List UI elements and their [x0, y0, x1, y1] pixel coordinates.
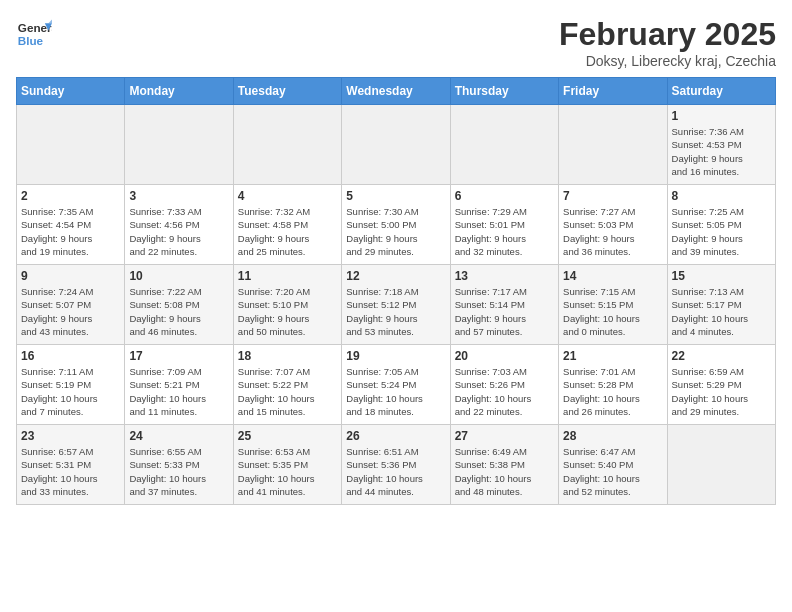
calendar-cell: 7Sunrise: 7:27 AM Sunset: 5:03 PM Daylig…	[559, 185, 667, 265]
day-info: Sunrise: 7:05 AM Sunset: 5:24 PM Dayligh…	[346, 365, 445, 418]
day-number: 2	[21, 189, 120, 203]
day-number: 18	[238, 349, 337, 363]
col-header-tuesday: Tuesday	[233, 78, 341, 105]
calendar-cell: 15Sunrise: 7:13 AM Sunset: 5:17 PM Dayli…	[667, 265, 775, 345]
calendar-cell: 28Sunrise: 6:47 AM Sunset: 5:40 PM Dayli…	[559, 425, 667, 505]
calendar-cell: 12Sunrise: 7:18 AM Sunset: 5:12 PM Dayli…	[342, 265, 450, 345]
calendar-cell: 13Sunrise: 7:17 AM Sunset: 5:14 PM Dayli…	[450, 265, 558, 345]
calendar-week-row: 16Sunrise: 7:11 AM Sunset: 5:19 PM Dayli…	[17, 345, 776, 425]
calendar-cell: 16Sunrise: 7:11 AM Sunset: 5:19 PM Dayli…	[17, 345, 125, 425]
day-number: 17	[129, 349, 228, 363]
calendar-cell: 20Sunrise: 7:03 AM Sunset: 5:26 PM Dayli…	[450, 345, 558, 425]
day-number: 26	[346, 429, 445, 443]
day-number: 12	[346, 269, 445, 283]
calendar-cell	[342, 105, 450, 185]
day-number: 15	[672, 269, 771, 283]
day-info: Sunrise: 6:53 AM Sunset: 5:35 PM Dayligh…	[238, 445, 337, 498]
day-number: 5	[346, 189, 445, 203]
calendar-cell: 4Sunrise: 7:32 AM Sunset: 4:58 PM Daylig…	[233, 185, 341, 265]
logo: General Blue	[16, 16, 52, 52]
calendar-cell: 23Sunrise: 6:57 AM Sunset: 5:31 PM Dayli…	[17, 425, 125, 505]
day-info: Sunrise: 7:09 AM Sunset: 5:21 PM Dayligh…	[129, 365, 228, 418]
calendar-cell: 1Sunrise: 7:36 AM Sunset: 4:53 PM Daylig…	[667, 105, 775, 185]
day-number: 19	[346, 349, 445, 363]
day-number: 27	[455, 429, 554, 443]
calendar-cell: 22Sunrise: 6:59 AM Sunset: 5:29 PM Dayli…	[667, 345, 775, 425]
calendar-cell: 25Sunrise: 6:53 AM Sunset: 5:35 PM Dayli…	[233, 425, 341, 505]
col-header-monday: Monday	[125, 78, 233, 105]
day-info: Sunrise: 7:32 AM Sunset: 4:58 PM Dayligh…	[238, 205, 337, 258]
day-number: 8	[672, 189, 771, 203]
calendar-cell: 17Sunrise: 7:09 AM Sunset: 5:21 PM Dayli…	[125, 345, 233, 425]
calendar-cell: 5Sunrise: 7:30 AM Sunset: 5:00 PM Daylig…	[342, 185, 450, 265]
col-header-saturday: Saturday	[667, 78, 775, 105]
calendar-cell: 6Sunrise: 7:29 AM Sunset: 5:01 PM Daylig…	[450, 185, 558, 265]
day-number: 22	[672, 349, 771, 363]
calendar-cell: 10Sunrise: 7:22 AM Sunset: 5:08 PM Dayli…	[125, 265, 233, 345]
day-number: 1	[672, 109, 771, 123]
day-info: Sunrise: 6:51 AM Sunset: 5:36 PM Dayligh…	[346, 445, 445, 498]
day-info: Sunrise: 7:25 AM Sunset: 5:05 PM Dayligh…	[672, 205, 771, 258]
day-number: 16	[21, 349, 120, 363]
day-number: 28	[563, 429, 662, 443]
day-number: 20	[455, 349, 554, 363]
svg-text:General: General	[18, 21, 52, 34]
calendar-cell	[17, 105, 125, 185]
day-info: Sunrise: 7:22 AM Sunset: 5:08 PM Dayligh…	[129, 285, 228, 338]
day-info: Sunrise: 7:29 AM Sunset: 5:01 PM Dayligh…	[455, 205, 554, 258]
day-number: 11	[238, 269, 337, 283]
day-number: 10	[129, 269, 228, 283]
calendar-cell	[667, 425, 775, 505]
day-info: Sunrise: 6:55 AM Sunset: 5:33 PM Dayligh…	[129, 445, 228, 498]
calendar-table: SundayMondayTuesdayWednesdayThursdayFrid…	[16, 77, 776, 505]
day-info: Sunrise: 6:57 AM Sunset: 5:31 PM Dayligh…	[21, 445, 120, 498]
day-number: 13	[455, 269, 554, 283]
calendar-week-row: 23Sunrise: 6:57 AM Sunset: 5:31 PM Dayli…	[17, 425, 776, 505]
calendar-week-row: 1Sunrise: 7:36 AM Sunset: 4:53 PM Daylig…	[17, 105, 776, 185]
day-info: Sunrise: 7:27 AM Sunset: 5:03 PM Dayligh…	[563, 205, 662, 258]
calendar-week-row: 2Sunrise: 7:35 AM Sunset: 4:54 PM Daylig…	[17, 185, 776, 265]
svg-text:Blue: Blue	[18, 34, 44, 47]
day-info: Sunrise: 6:47 AM Sunset: 5:40 PM Dayligh…	[563, 445, 662, 498]
calendar-header-row: SundayMondayTuesdayWednesdayThursdayFrid…	[17, 78, 776, 105]
calendar-cell: 3Sunrise: 7:33 AM Sunset: 4:56 PM Daylig…	[125, 185, 233, 265]
month-title: February 2025	[559, 16, 776, 53]
calendar-cell: 11Sunrise: 7:20 AM Sunset: 5:10 PM Dayli…	[233, 265, 341, 345]
calendar-cell: 19Sunrise: 7:05 AM Sunset: 5:24 PM Dayli…	[342, 345, 450, 425]
day-number: 6	[455, 189, 554, 203]
day-info: Sunrise: 7:17 AM Sunset: 5:14 PM Dayligh…	[455, 285, 554, 338]
calendar-cell: 9Sunrise: 7:24 AM Sunset: 5:07 PM Daylig…	[17, 265, 125, 345]
day-info: Sunrise: 7:24 AM Sunset: 5:07 PM Dayligh…	[21, 285, 120, 338]
calendar-cell	[450, 105, 558, 185]
calendar-cell: 24Sunrise: 6:55 AM Sunset: 5:33 PM Dayli…	[125, 425, 233, 505]
calendar-cell	[233, 105, 341, 185]
calendar-cell: 8Sunrise: 7:25 AM Sunset: 5:05 PM Daylig…	[667, 185, 775, 265]
calendar-cell	[559, 105, 667, 185]
calendar-week-row: 9Sunrise: 7:24 AM Sunset: 5:07 PM Daylig…	[17, 265, 776, 345]
col-header-thursday: Thursday	[450, 78, 558, 105]
day-info: Sunrise: 7:33 AM Sunset: 4:56 PM Dayligh…	[129, 205, 228, 258]
day-info: Sunrise: 7:30 AM Sunset: 5:00 PM Dayligh…	[346, 205, 445, 258]
day-number: 24	[129, 429, 228, 443]
day-info: Sunrise: 6:59 AM Sunset: 5:29 PM Dayligh…	[672, 365, 771, 418]
location-subtitle: Doksy, Liberecky kraj, Czechia	[559, 53, 776, 69]
day-number: 7	[563, 189, 662, 203]
day-info: Sunrise: 7:01 AM Sunset: 5:28 PM Dayligh…	[563, 365, 662, 418]
day-info: Sunrise: 7:36 AM Sunset: 4:53 PM Dayligh…	[672, 125, 771, 178]
calendar-cell: 14Sunrise: 7:15 AM Sunset: 5:15 PM Dayli…	[559, 265, 667, 345]
day-number: 3	[129, 189, 228, 203]
day-info: Sunrise: 6:49 AM Sunset: 5:38 PM Dayligh…	[455, 445, 554, 498]
day-number: 23	[21, 429, 120, 443]
day-info: Sunrise: 7:18 AM Sunset: 5:12 PM Dayligh…	[346, 285, 445, 338]
day-info: Sunrise: 7:15 AM Sunset: 5:15 PM Dayligh…	[563, 285, 662, 338]
calendar-cell: 18Sunrise: 7:07 AM Sunset: 5:22 PM Dayli…	[233, 345, 341, 425]
title-block: February 2025 Doksy, Liberecky kraj, Cze…	[559, 16, 776, 69]
day-info: Sunrise: 7:11 AM Sunset: 5:19 PM Dayligh…	[21, 365, 120, 418]
day-number: 21	[563, 349, 662, 363]
day-number: 9	[21, 269, 120, 283]
day-info: Sunrise: 7:13 AM Sunset: 5:17 PM Dayligh…	[672, 285, 771, 338]
calendar-cell: 26Sunrise: 6:51 AM Sunset: 5:36 PM Dayli…	[342, 425, 450, 505]
page-header: General Blue February 2025 Doksy, Libere…	[16, 16, 776, 69]
col-header-wednesday: Wednesday	[342, 78, 450, 105]
calendar-cell: 27Sunrise: 6:49 AM Sunset: 5:38 PM Dayli…	[450, 425, 558, 505]
